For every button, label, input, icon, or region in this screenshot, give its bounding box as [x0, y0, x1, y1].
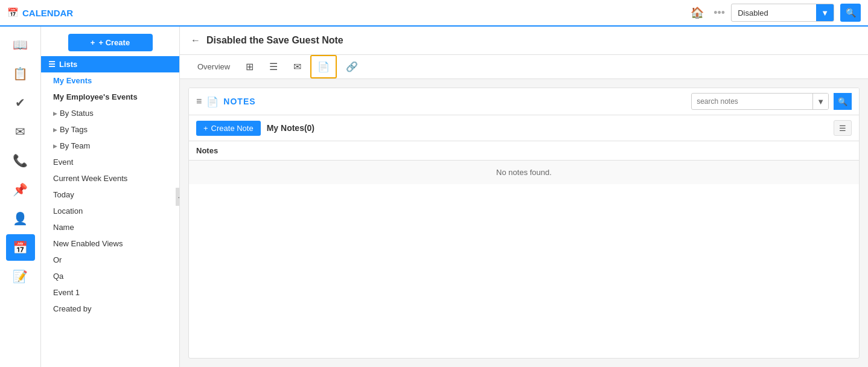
tabs-bar: Overview ⊞ ☰ ✉ 📄 🔗 — [180, 55, 868, 79]
status-dropdown[interactable]: Disabled ▼ — [731, 4, 834, 22]
tab-mail-icon: ✉ — [293, 61, 301, 72]
sidebar-item-created-by[interactable]: Created by — [41, 301, 179, 317]
content-header: ← Disabled the Save Guest Note — [180, 27, 868, 55]
app-logo: 📅 CALENDAR — [7, 7, 73, 18]
list-section-label: Lists — [59, 60, 77, 69]
home-icon[interactable]: 🏠 — [691, 6, 704, 19]
my-notes-label: My Notes(0) — [267, 123, 314, 133]
tab-link[interactable]: 🔗 — [339, 56, 365, 78]
sidebar-item-by-status[interactable]: By Status — [41, 105, 179, 121]
topbar-search-button[interactable]: 🔍 — [840, 4, 861, 22]
tab-overview-label: Overview — [197, 62, 230, 71]
notes-title: NOTES — [223, 97, 255, 106]
notes-column-label: Notes — [196, 146, 218, 155]
sidebar-collapse-handle[interactable]: ◀ — [176, 188, 180, 206]
notes-search-dropdown[interactable]: ▼ — [812, 94, 828, 109]
rail-check[interactable]: ✔ — [6, 89, 35, 116]
tab-grid-icon: ⊞ — [246, 61, 254, 72]
notes-title-icon: 📄 — [206, 96, 219, 107]
rail-notes[interactable]: 📝 — [6, 263, 35, 290]
sidebar-item-name[interactable]: Name — [41, 219, 179, 235]
create-label: + Create — [98, 38, 130, 47]
dropdown-value: Disabled — [732, 8, 816, 18]
sidebar: + + Create ☰ Lists My Events My Employee… — [41, 27, 180, 367]
notes-header: ≡ 📄 NOTES ▼ 🔍 — [189, 88, 859, 115]
sidebar-item-by-tags[interactable]: By Tags — [41, 121, 179, 138]
tab-list-icon: ☰ — [269, 61, 278, 72]
back-button[interactable]: ← — [191, 35, 200, 46]
notes-view-icon: ☰ — [839, 124, 846, 133]
app-title: CALENDAR — [22, 8, 73, 18]
topbar-icons: 🏠 ••• — [691, 6, 725, 19]
sidebar-item-my-events[interactable]: My Events — [41, 72, 179, 89]
sidebar-section-lists[interactable]: ☰ Lists — [41, 56, 179, 72]
rail-pin[interactable]: 📌 — [6, 176, 35, 203]
more-icon[interactable]: ••• — [713, 7, 725, 19]
create-note-icon: + — [203, 124, 208, 133]
notes-search-input[interactable] — [692, 97, 812, 106]
sidebar-item-qa[interactable]: Qa — [41, 268, 179, 284]
sidebar-item-by-team[interactable]: By Team — [41, 138, 179, 154]
icon-rail: 📖 📋 ✔ ✉ 📞 📌 👤 📅 📝 — [0, 27, 41, 367]
notes-table-header: Notes — [189, 141, 859, 161]
rail-list[interactable]: 📋 — [6, 60, 35, 87]
sidebar-item-employee-events[interactable]: My Employee's Events — [41, 89, 179, 105]
list-section-icon: ☰ — [48, 60, 56, 69]
notes-empty-message: No notes found. — [189, 161, 859, 184]
sidebar-item-current-week[interactable]: Current Week Events — [41, 170, 179, 187]
tab-mail[interactable]: ✉ — [287, 56, 308, 78]
rail-mail[interactable]: ✉ — [6, 118, 35, 145]
notes-search-button[interactable]: 🔍 — [834, 93, 852, 110]
notes-toolbar: + Create Note My Notes(0) ☰ — [189, 115, 859, 141]
rail-book[interactable]: 📖 — [6, 31, 35, 58]
sidebar-item-new-enabled-views[interactable]: New Enabled Views — [41, 235, 179, 252]
tab-grid[interactable]: ⊞ — [239, 56, 260, 78]
tab-list[interactable]: ☰ — [263, 56, 284, 78]
content-title: Disabled the Save Guest Note — [206, 35, 343, 46]
notes-search-wrapper: ▼ — [691, 93, 829, 110]
rail-phone[interactable]: 📞 — [6, 147, 35, 174]
notes-hamburger-icon[interactable]: ≡ — [196, 96, 202, 107]
create-button[interactable]: + + Create — [68, 34, 153, 51]
tab-notes-icon: 📄 — [318, 61, 330, 72]
rail-calendar[interactable]: 📅 — [6, 234, 35, 261]
sidebar-item-location[interactable]: Location — [41, 203, 179, 219]
tab-link-icon: 🔗 — [346, 61, 358, 72]
sidebar-item-today[interactable]: Today — [41, 187, 179, 203]
sidebar-item-event[interactable]: Event — [41, 154, 179, 170]
tab-notes[interactable]: 📄 — [310, 55, 337, 78]
calendar-logo-icon: 📅 — [7, 7, 19, 18]
create-note-button[interactable]: + Create Note — [196, 121, 261, 136]
main-layout: 📖 📋 ✔ ✉ 📞 📌 👤 📅 📝 + + Create ☰ Lists My … — [0, 27, 868, 367]
content-area: ← Disabled the Save Guest Note Overview … — [180, 27, 868, 367]
notes-view-button[interactable]: ☰ — [834, 120, 852, 136]
dropdown-arrow[interactable]: ▼ — [816, 4, 834, 21]
topbar: 📅 CALENDAR 🏠 ••• Disabled ▼ 🔍 — [0, 0, 868, 27]
rail-contact[interactable]: 👤 — [6, 205, 35, 232]
notes-panel: ≡ 📄 NOTES ▼ 🔍 + Create Note My Notes(0) — [188, 88, 860, 359]
sidebar-item-event1[interactable]: Event 1 — [41, 284, 179, 301]
sidebar-item-or[interactable]: Or — [41, 252, 179, 268]
create-note-label: Create Note — [211, 124, 254, 133]
tab-overview[interactable]: Overview — [191, 57, 237, 77]
create-plus-icon: + — [91, 38, 95, 47]
